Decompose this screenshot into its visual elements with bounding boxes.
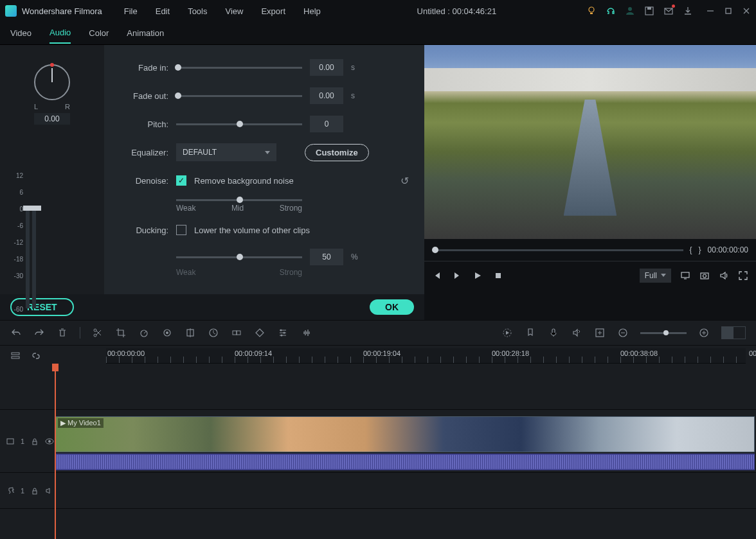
pitch-slider[interactable] <box>176 123 302 125</box>
fullscreen-icon[interactable] <box>738 270 748 281</box>
zoom-slider[interactable] <box>640 332 687 334</box>
adjust-icon[interactable] <box>277 327 289 339</box>
equalizer-select[interactable]: DEFAULT <box>176 143 276 161</box>
fade-out-unit: s <box>351 91 360 100</box>
delete-icon[interactable] <box>57 327 68 339</box>
keyframe-icon[interactable] <box>254 327 266 339</box>
menu-tools[interactable]: Tools <box>181 3 213 20</box>
play-icon[interactable] <box>473 271 482 280</box>
video-clip[interactable]: ▶ My Video1 <box>55 416 755 452</box>
fade-in-thumb[interactable] <box>175 64 181 71</box>
meter-fader[interactable] <box>23 206 41 211</box>
view-opt-1[interactable] <box>722 327 734 339</box>
menu-edit[interactable]: Edit <box>149 3 176 20</box>
fade-in-slider[interactable] <box>176 67 302 69</box>
fade-out-thumb[interactable] <box>175 93 181 99</box>
zoom-out-icon[interactable] <box>617 327 629 339</box>
headphones-icon[interactable] <box>606 6 616 16</box>
scrub-thumb[interactable] <box>432 247 438 253</box>
minimize-icon[interactable] <box>706 6 715 15</box>
audio-waveform[interactable] <box>55 454 755 470</box>
color-icon[interactable] <box>161 327 173 339</box>
link-icon[interactable] <box>31 351 41 361</box>
ducking-input[interactable] <box>310 249 343 265</box>
marker-icon[interactable] <box>525 327 536 339</box>
pitch-thumb[interactable] <box>237 121 243 127</box>
tab-audio[interactable]: Audio <box>50 22 71 44</box>
fade-out-input[interactable] <box>310 87 343 104</box>
speed-icon[interactable] <box>138 327 150 339</box>
fade-in-unit: s <box>351 63 360 72</box>
add-media-icon[interactable] <box>594 327 606 339</box>
customize-button[interactable]: Customize <box>305 144 369 161</box>
menu-help[interactable]: Help <box>297 3 327 20</box>
denoise-checkbox[interactable]: ✓ <box>176 175 186 186</box>
duration-icon[interactable] <box>208 327 219 339</box>
zoom-thumb[interactable] <box>663 330 669 335</box>
denoise-thumb[interactable] <box>237 197 243 203</box>
menu-export[interactable]: Export <box>255 3 292 20</box>
mute-icon[interactable] <box>45 487 54 495</box>
denoise-slider[interactable] <box>176 199 302 201</box>
fade-out-slider[interactable] <box>176 95 302 97</box>
maximize-icon[interactable] <box>724 6 733 15</box>
eye-icon[interactable] <box>45 437 54 445</box>
monitor-icon[interactable] <box>680 270 690 281</box>
save-icon[interactable] <box>644 6 654 16</box>
preview-scrubber[interactable] <box>432 249 683 251</box>
redo-icon[interactable] <box>33 327 45 339</box>
bracket-open-icon[interactable]: { <box>690 245 692 254</box>
audio-adjust-icon[interactable] <box>300 327 312 339</box>
stop-icon[interactable] <box>494 271 503 280</box>
quality-select[interactable]: Full <box>640 269 671 283</box>
lock-icon[interactable] <box>31 487 39 495</box>
undo-icon[interactable] <box>10 327 22 339</box>
snapshot-icon[interactable] <box>699 270 710 281</box>
dial-lr-labels: L R <box>34 103 70 110</box>
split-icon[interactable] <box>92 327 104 339</box>
view-opt-2[interactable] <box>734 327 745 339</box>
menu-view[interactable]: View <box>219 3 249 20</box>
ducking-checkbox[interactable] <box>176 225 186 235</box>
reset-denoise-icon[interactable]: ↺ <box>401 175 409 187</box>
bracket-close-icon[interactable]: } <box>699 245 701 254</box>
manage-tracks-icon[interactable] <box>10 351 21 361</box>
render-icon[interactable] <box>501 327 513 339</box>
crop-icon[interactable] <box>115 327 127 339</box>
meter-label-12: 12 <box>16 172 23 179</box>
fade-in-input[interactable] <box>310 59 343 76</box>
ducking-slider[interactable] <box>176 256 302 258</box>
mixer-icon[interactable] <box>571 327 582 339</box>
balance-dial[interactable] <box>34 64 70 100</box>
ok-button[interactable]: OK <box>370 299 414 315</box>
pitch-input[interactable] <box>310 116 343 132</box>
meter-bar-right <box>32 206 36 308</box>
download-icon[interactable] <box>683 6 693 16</box>
video-track-content[interactable]: ▶ My Video1 <box>55 410 756 472</box>
mail-icon[interactable] <box>663 6 674 16</box>
view-toggle[interactable] <box>721 326 746 339</box>
tab-animation[interactable]: Animation <box>127 23 164 43</box>
user-icon[interactable] <box>625 6 635 16</box>
track-spacer-content[interactable] <box>55 366 756 409</box>
fade-in-label: Fade in: <box>120 63 168 73</box>
prev-frame-icon[interactable] <box>432 271 441 280</box>
audio-track-content[interactable] <box>55 473 756 508</box>
track-spacer-2-content[interactable] <box>55 509 756 539</box>
step-back-icon[interactable] <box>453 271 462 280</box>
record-voiceover-icon[interactable] <box>548 327 559 339</box>
lock-icon[interactable] <box>31 437 39 445</box>
green-screen-icon[interactable] <box>184 327 196 339</box>
lightbulb-icon[interactable] <box>586 6 597 16</box>
preview-video[interactable] <box>424 45 756 239</box>
ducking-thumb[interactable] <box>237 254 243 260</box>
tab-video[interactable]: Video <box>10 23 32 43</box>
zoom-in-icon[interactable] <box>698 327 710 339</box>
close-icon[interactable] <box>742 6 751 15</box>
volume-icon[interactable] <box>719 270 729 281</box>
detach-audio-icon[interactable] <box>231 327 242 339</box>
menu-file[interactable]: File <box>118 3 144 20</box>
tab-color[interactable]: Color <box>89 23 109 43</box>
fade-out-row: Fade out: s <box>120 86 409 105</box>
timeline-ruler[interactable]: 00:00:00:00 00:00:09:14 00:00:19:04 00:0… <box>106 348 746 364</box>
